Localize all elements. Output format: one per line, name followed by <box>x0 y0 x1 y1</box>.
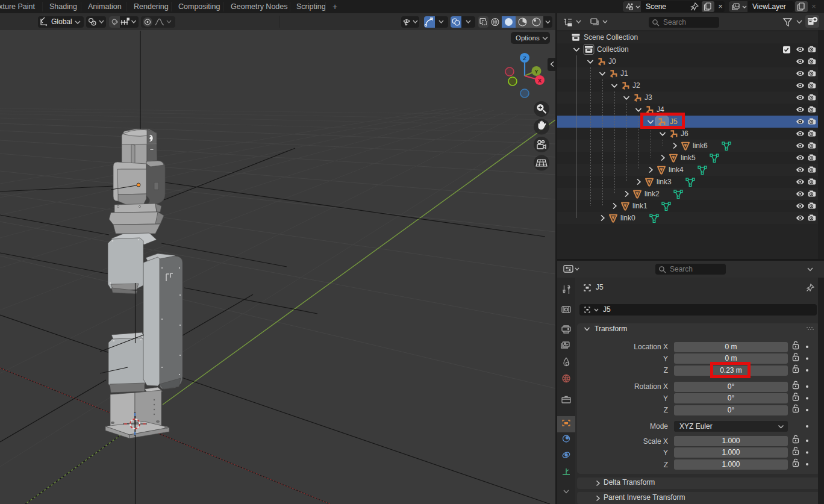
svg-text:J2: J2 <box>632 81 640 90</box>
svg-text:J1: J1 <box>620 69 628 78</box>
svg-text:link1: link1 <box>632 202 648 210</box>
svg-text:link3: link3 <box>657 178 672 186</box>
svg-text:Z: Z <box>523 55 526 61</box>
svg-text:J0: J0 <box>608 57 616 66</box>
svg-text:J3: J3 <box>645 93 652 102</box>
svg-text:link5: link5 <box>681 154 696 162</box>
svg-text:link6: link6 <box>693 142 708 150</box>
svg-text:J6: J6 <box>681 129 688 138</box>
svg-text:link4: link4 <box>669 166 684 174</box>
svg-text:Collection: Collection <box>597 45 629 54</box>
svg-text:Scene Collection: Scene Collection <box>584 33 638 42</box>
svg-text:link0: link0 <box>620 214 635 222</box>
svg-text:link2: link2 <box>645 190 660 198</box>
svg-text:X: X <box>538 78 542 84</box>
svg-text:Y: Y <box>534 69 538 75</box>
